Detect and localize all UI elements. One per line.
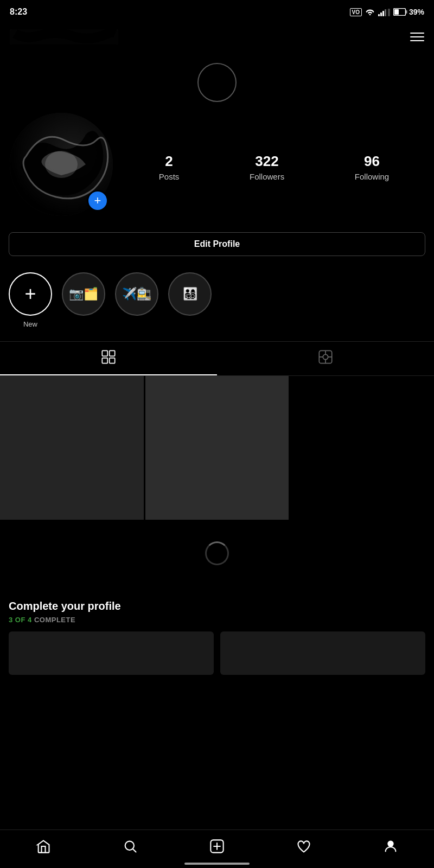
story-circle-2[interactable]: ✈️🚉: [115, 272, 158, 316]
tab-tagged[interactable]: [217, 342, 434, 375]
status-time: 8:23: [10, 7, 27, 17]
new-story-item: + New: [9, 272, 52, 328]
grid-cell-2[interactable]: [145, 376, 289, 520]
content-tab-bar: [0, 341, 434, 376]
top-nav: [0, 22, 434, 52]
complete-card-2[interactable]: [220, 631, 425, 675]
story-item-2: ✈️🚉: [115, 272, 158, 320]
vo-wifi-icon: VO: [350, 8, 362, 16]
complete-profile-title: Complete your profile: [9, 600, 425, 612]
top-story-ring: [0, 52, 434, 107]
following-count: 96: [364, 153, 380, 170]
grid-cell-3[interactable]: [290, 376, 434, 520]
search-icon: [123, 839, 138, 854]
new-story-label: New: [23, 320, 37, 328]
svg-rect-6: [110, 350, 115, 356]
nav-activity[interactable]: [288, 835, 320, 857]
complete-profile-progress: 3 OF 4 COMPLETE: [9, 616, 425, 624]
nav-home[interactable]: [27, 835, 60, 857]
svg-rect-1: [394, 9, 399, 15]
nav-search[interactable]: [114, 835, 146, 857]
svg-line-16: [133, 849, 136, 852]
loading-spinner: [205, 541, 229, 565]
status-bar: 8:23 VO 39%: [0, 0, 434, 22]
create-icon: [209, 839, 225, 854]
svg-point-20: [388, 841, 393, 846]
followers-label: Followers: [250, 172, 284, 181]
progress-green: 3 OF 4: [9, 616, 32, 624]
story-emoji-2: ✈️🚉: [122, 287, 151, 301]
avatar-wrap: +: [10, 113, 118, 221]
profile-section: + 2 Posts 322 Followers 96 Following: [0, 107, 434, 232]
edit-profile-button[interactable]: Edit Profile: [9, 232, 425, 256]
signal-icon: [378, 8, 390, 16]
nav-create[interactable]: [201, 835, 233, 857]
svg-rect-3: [10, 29, 118, 44]
posts-label: Posts: [159, 172, 180, 181]
home-indicator: [184, 863, 250, 865]
heart-icon: [296, 839, 311, 854]
following-stat[interactable]: 96 Following: [355, 153, 389, 181]
following-label: Following: [355, 172, 389, 181]
posts-stat[interactable]: 2 Posts: [159, 153, 180, 181]
new-story-button[interactable]: +: [9, 272, 52, 316]
grid-cell-1[interactable]: [0, 376, 144, 520]
wifi-icon: [365, 8, 375, 17]
svg-rect-5: [102, 350, 107, 356]
add-story-button[interactable]: +: [87, 190, 108, 212]
story-item-1: 📷🗂️: [62, 272, 105, 320]
plus-icon: +: [24, 284, 36, 304]
complete-profile-cards: [9, 631, 425, 675]
menu-button[interactable]: [410, 33, 424, 41]
stories-row: + New 📷🗂️ ✈️🚉 👨‍👩‍👧‍👦: [0, 267, 434, 339]
tagged-icon: [318, 349, 333, 367]
edit-profile-section: Edit Profile: [0, 232, 434, 267]
story-item-3: 👨‍👩‍👧‍👦: [168, 272, 212, 320]
posts-count: 2: [165, 153, 173, 170]
svg-rect-2: [406, 10, 407, 14]
complete-card-1[interactable]: [9, 631, 214, 675]
grid-icon: [101, 349, 116, 367]
svg-rect-8: [110, 358, 115, 363]
story-emoji-1: 📷🗂️: [69, 287, 98, 301]
username-display: [10, 29, 118, 44]
status-icons: VO 39%: [350, 8, 424, 17]
profile-icon: [383, 839, 398, 854]
story-circle-3[interactable]: 👨‍👩‍👧‍👦: [168, 272, 212, 316]
story-emoji-3: 👨‍👩‍👧‍👦: [183, 287, 197, 301]
story-circle-1[interactable]: 📷🗂️: [62, 272, 105, 316]
posts-grid: [0, 376, 434, 520]
home-icon: [36, 839, 51, 854]
svg-rect-7: [102, 358, 107, 363]
svg-point-10: [323, 354, 328, 359]
profile-stats: 2 Posts 322 Followers 96 Following: [124, 153, 424, 181]
battery-icon: 39%: [393, 8, 424, 16]
followers-count: 322: [255, 153, 278, 170]
progress-rest: COMPLETE: [34, 616, 75, 624]
followers-stat[interactable]: 322 Followers: [250, 153, 284, 181]
story-ring-empty: [197, 63, 237, 102]
tab-grid[interactable]: [0, 342, 217, 375]
nav-profile[interactable]: [374, 835, 407, 857]
complete-profile-section: Complete your profile 3 OF 4 COMPLETE: [0, 587, 434, 684]
loading-spinner-wrap: [0, 520, 434, 587]
